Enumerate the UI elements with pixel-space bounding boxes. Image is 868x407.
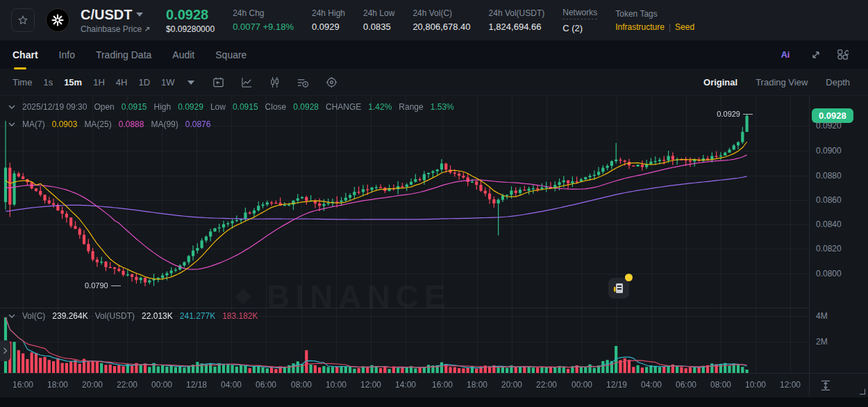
time-tick-label: 06:00 [676, 380, 696, 390]
ma99-value: 0.0876 [185, 119, 211, 129]
time-tick-label: 12/19 [606, 380, 627, 390]
tab-trading-data[interactable]: Trading Data [96, 40, 151, 69]
stat-networks[interactable]: Networks C (2) [562, 8, 597, 33]
auto-scale-icon[interactable] [819, 379, 832, 392]
favorite-button[interactable] [11, 8, 35, 32]
time-tick-label: 14:00 [395, 380, 416, 390]
time-tick-label: 06:00 [256, 380, 276, 390]
vol-quote-value: 22.013K [142, 311, 173, 321]
candlestick-icon[interactable] [269, 76, 280, 88]
tag-infrastructure[interactable]: Infrastructure [615, 22, 665, 32]
page-tabs: Chart Info Trading Data Audit Square Ai [0, 40, 868, 69]
tag-seed[interactable]: Seed [675, 22, 694, 32]
time-tick-label: 04:00 [641, 380, 662, 390]
chart-toolbar: Time 1s 15m 1H 4H 1D 1W [0, 69, 868, 96]
time-tick-label: 12:00 [360, 380, 381, 390]
ohlc-high: 0.0929 [178, 102, 203, 112]
stat-token-tags: Token Tags Infrastructure | Seed [615, 9, 694, 32]
pair-selector[interactable]: C/USDT Chainbase Price [81, 7, 151, 34]
time-axis[interactable]: 16:0018:0020:0022:0000:0012/1804:0006:00… [0, 373, 868, 397]
view-tradingview[interactable]: Trading View [756, 77, 808, 88]
ai-assistant-button[interactable]: Ai [780, 49, 795, 61]
collapse-chevron-icon[interactable] [8, 105, 15, 110]
interval-time[interactable]: Time [12, 77, 32, 88]
interval-15m[interactable]: 15m [64, 77, 82, 88]
tab-square[interactable]: Square [215, 40, 247, 69]
notification-dot [625, 274, 633, 281]
tab-audit[interactable]: Audit [172, 40, 194, 69]
time-tick-label: 10:00 [326, 380, 347, 390]
tag-separator: | [669, 22, 671, 32]
axis-tick-label: 0.0860 [816, 195, 842, 205]
pair-source-label[interactable]: Chainbase Price [81, 24, 142, 34]
pair-header: C/USDT Chainbase Price 0.0928 $0.0928000… [0, 0, 868, 40]
time-tick-label: 12/18 [186, 380, 207, 390]
chart-settings-icon[interactable] [326, 76, 337, 88]
axis-tick-label: 0.0880 [816, 171, 842, 181]
time-tick-label: 10:00 [745, 380, 766, 390]
stat-24h-vol-quote: 24h Vol(USDT) 1,824,694.66 [489, 8, 545, 32]
ohlc-low: 0.0915 [233, 102, 258, 112]
ohlc-legend: 2025/12/19 09:30 Open0.0915 High0.0929 L… [8, 102, 454, 112]
vol-base-value: 239.264K [52, 311, 87, 321]
stat-24h-high: 24h High 0.0929 [312, 8, 345, 32]
time-tick-label: 22:00 [536, 380, 557, 390]
date-range-icon[interactable] [212, 76, 224, 88]
news-event-marker[interactable] [608, 278, 629, 299]
time-tick-label: 08:00 [710, 380, 731, 390]
news-icon [608, 278, 629, 299]
chart-style-icon[interactable] [241, 76, 253, 88]
fullscreen-icon[interactable] [810, 49, 821, 60]
time-tick-label: 22:00 [117, 380, 137, 390]
tab-info[interactable]: Info [59, 40, 75, 69]
time-tick-label: 00:00 [151, 380, 172, 390]
view-depth[interactable]: Depth [826, 77, 850, 88]
ma25-value: 0.0888 [119, 119, 144, 129]
price-axis[interactable]: 0.0928 0.09200.09000.08800.08600.08400.0… [809, 96, 868, 397]
time-tick-label: 18:00 [47, 380, 68, 390]
interval-1s[interactable]: 1s [43, 77, 53, 88]
resize-corner-handle[interactable] [860, 389, 865, 394]
last-price: 0.0928 [166, 7, 215, 23]
ohlc-range: 1.53% [431, 102, 454, 112]
stat-24h-vol-base: 24h Vol(C) 20,806,678.40 [412, 8, 470, 32]
last-price-usd: $0.09280000 [166, 24, 215, 34]
interval-more-chevron-icon[interactable] [187, 81, 194, 85]
time-tick-label: 12:00 [780, 380, 801, 390]
chevron-down-icon [136, 13, 143, 17]
volume-legend: Vol(C)239.264K Vol(USDT)22.013K 241.277K… [8, 311, 258, 321]
external-link-icon [144, 26, 151, 33]
bottom-edge [0, 397, 868, 407]
time-tick-label: 16:00 [12, 380, 33, 390]
ma7-value: 0.0903 [52, 119, 78, 129]
svg-text:Ai: Ai [781, 50, 790, 60]
time-tick-label: 04:00 [221, 380, 242, 390]
collapse-chevron-icon[interactable] [8, 314, 15, 319]
collapse-chevron-icon[interactable] [8, 122, 15, 127]
axis-tick-label: 0.0920 [816, 121, 842, 131]
axis-tick-label: 0.0820 [816, 244, 842, 254]
axis-tick-label: 0.0900 [816, 146, 842, 156]
interval-1d[interactable]: 1D [138, 77, 150, 88]
time-tick-label: 20:00 [501, 380, 522, 390]
stat-24h-low: 24h Low 0.0835 [363, 8, 394, 32]
axis-tick-label: 0.0840 [816, 219, 842, 229]
interval-4h[interactable]: 4H [116, 77, 128, 88]
star-icon [17, 15, 28, 26]
tab-chart[interactable]: Chart [12, 40, 38, 69]
pane-expand-button[interactable] [0, 340, 10, 361]
stat-24h-chg: 24h Chg 0.0077 +9.18% [233, 8, 294, 32]
pair-name: C/USDT [81, 7, 132, 23]
candlestick-canvas[interactable] [0, 96, 809, 373]
chart-area[interactable]: BINANCE 2025/12/19 09:30 Open0.0915 High… [0, 96, 868, 397]
layout-grid-icon[interactable] [837, 49, 849, 60]
price-block: 0.0928 $0.09280000 [166, 7, 215, 34]
interval-1w[interactable]: 1W [161, 77, 175, 88]
axis-tick-label: 4M [816, 311, 828, 321]
chainbase-logo-icon [51, 13, 65, 27]
ohlc-change: 1.42% [368, 102, 392, 112]
interval-1h[interactable]: 1H [93, 77, 105, 88]
view-original[interactable]: Original [703, 77, 737, 88]
indicators-icon[interactable] [297, 77, 309, 88]
ohlc-close: 0.0928 [293, 102, 319, 112]
